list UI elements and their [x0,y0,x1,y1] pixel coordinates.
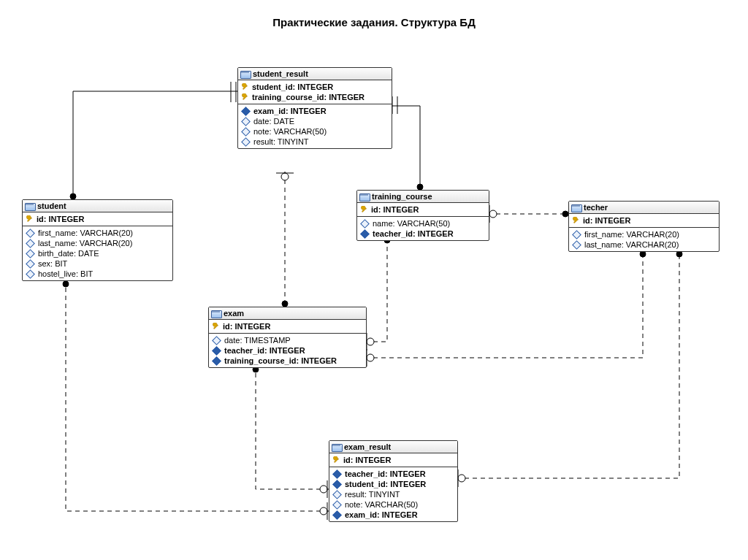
column[interactable]: result: TINYINT [329,489,457,499]
column-label: note: VARCHAR(50) [345,500,418,509]
column-label: first_name: VARCHAR(20) [584,230,679,239]
column-label: name: VARCHAR(50) [373,219,450,228]
entity-exam_result[interactable]: exam_resultid: INTEGERteacher_id: INTEGE… [329,440,458,522]
column-icon [26,239,35,248]
fk-column[interactable]: student_id: INTEGER [329,479,457,489]
entity-training_course[interactable]: training_courseid: INTEGERname: VARCHAR(… [356,190,489,241]
entity-header[interactable]: exam [209,307,366,320]
column-label: exam_id: INTEGER [345,510,418,519]
column-label: result: TINYINT [253,137,309,146]
column-label: id: INTEGER [223,322,270,331]
column-label: last_name: VARCHAR(20) [38,239,132,248]
column-label: sex: BIT [38,259,67,268]
entity-name: student [37,202,66,210]
entity-exam[interactable]: examid: INTEGERdate: TIMESTAMPteacher_id… [208,307,367,368]
entity-techer[interactable]: techerid: INTEGERfirst_name: VARCHAR(20)… [568,201,720,252]
column[interactable]: first_name: VARCHAR(20) [569,229,719,239]
entity-header[interactable]: techer [569,202,719,214]
column-label: id: INTEGER [371,205,419,214]
entity-header[interactable]: exam_result [329,441,457,453]
column-label: training_course_id: INTEGER [252,93,365,101]
fk-column[interactable]: exam_id: INTEGER [329,510,457,520]
column-label: birth_date: DATE [38,249,99,258]
svg-point-13 [320,507,327,515]
entity-student[interactable]: studentid: INTEGERfirst_name: VARCHAR(20… [22,199,173,281]
key-icon [332,456,340,464]
column-label: id: INTEGER [37,215,84,223]
fk-icon [212,356,221,366]
key-icon [26,215,34,223]
fk-column[interactable]: teacher_id: INTEGER [357,229,489,239]
fk-icon [332,510,342,520]
fk-column[interactable]: teacher_id: INTEGER [209,345,366,356]
pk-section: id: INTEGER [569,214,719,228]
fk-column[interactable]: training_course_id: INTEGER [209,356,366,366]
svg-point-11 [320,486,327,493]
columns-section: first_name: VARCHAR(20)last_name: VARCHA… [569,228,719,251]
columns-section: name: VARCHAR(50)teacher_id: INTEGER [357,217,489,240]
table-icon [332,442,342,451]
columns-section: date: TIMESTAMPteacher_id: INTEGERtraini… [209,334,366,367]
column[interactable]: last_name: VARCHAR(20) [569,239,719,250]
column[interactable]: name: VARCHAR(50) [357,218,489,229]
entity-name: exam [224,309,244,318]
column-icon [212,336,221,345]
column-label: id: INTEGER [343,456,391,464]
fk-icon [212,346,221,356]
column-icon [26,259,35,269]
pk-column[interactable]: training_course_id: INTEGER [238,92,392,102]
column[interactable]: birth_date: DATE [23,248,172,258]
column-label: date: DATE [253,117,294,126]
table-icon [25,202,35,210]
pk-column[interactable]: id: INTEGER [209,321,366,331]
column[interactable]: note: VARCHAR(50) [329,499,457,510]
fk-icon [332,480,342,489]
pk-section: id: INTEGER [329,453,457,467]
pk-section: student_id: INTEGERtraining_course_id: I… [238,80,392,104]
fk-column[interactable]: teacher_id: INTEGER [329,469,457,479]
column-icon [572,230,581,239]
key-icon [572,217,580,225]
column-label: exam_id: INTEGER [253,107,327,115]
svg-point-4 [562,211,568,217]
column-icon [26,249,35,258]
fk-column[interactable]: exam_id: INTEGER [238,106,392,116]
diagram-canvas: studentid: INTEGERfirst_name: VARCHAR(20… [7,37,738,555]
column[interactable]: date: TIMESTAMP [209,335,366,345]
column[interactable]: result: TINYINT [238,137,392,147]
pk-section: id: INTEGER [209,320,366,334]
column[interactable]: note: VARCHAR(50) [238,126,392,137]
column-label: teacher_id: INTEGER [345,469,426,478]
column-icon [241,137,251,147]
pk-column[interactable]: student_id: INTEGER [238,82,392,92]
column-icon [360,219,370,229]
entity-header[interactable]: student [23,200,172,212]
fk-icon [241,107,251,116]
svg-point-3 [281,173,289,180]
table-icon [571,203,581,212]
pk-column[interactable]: id: INTEGER [23,214,172,224]
column[interactable]: date: DATE [238,116,392,126]
entity-header[interactable]: student_result [238,68,392,80]
pk-column[interactable]: id: INTEGER [569,215,719,226]
pk-column[interactable]: id: INTEGER [357,204,489,215]
table-icon [240,69,251,78]
fk-icon [360,229,370,239]
entity-student_result[interactable]: student_resultstudent_id: INTEGERtrainin… [237,67,392,149]
svg-point-14 [676,251,682,257]
column-label: teacher_id: INTEGER [224,346,305,355]
column-label: note: VARCHAR(50) [253,127,327,136]
column[interactable]: sex: BIT [23,258,172,269]
column-label: training_course_id: INTEGER [224,356,337,365]
column[interactable]: first_name: VARCHAR(20) [23,228,172,238]
column[interactable]: hostel_live: BIT [23,269,172,279]
entity-header[interactable]: training_course [357,191,489,203]
pk-column[interactable]: id: INTEGER [329,455,457,465]
table-icon [359,192,370,201]
pk-section: id: INTEGER [23,212,172,226]
column-label: result: TINYINT [345,490,400,499]
column[interactable]: last_name: VARCHAR(20) [23,238,172,248]
key-icon [241,93,249,101]
entity-name: exam_result [344,442,391,451]
column-label: student_id: INTEGER [252,83,333,91]
